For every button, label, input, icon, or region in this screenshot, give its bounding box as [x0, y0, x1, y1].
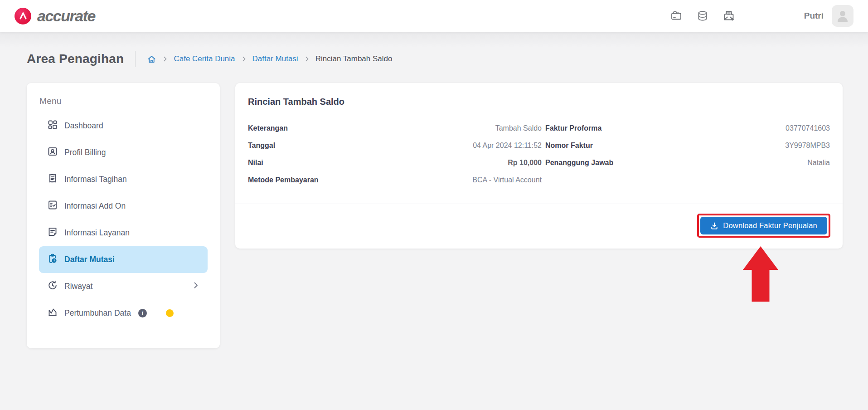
breadcrumb-separator-icon — [162, 56, 168, 62]
sidebar-item-informasi-add-on[interactable]: Informasi Add On — [39, 193, 208, 220]
note-icon — [47, 226, 58, 239]
sidebar-item-label: Riwayat — [64, 282, 92, 291]
detail-card-title: Rincian Tambah Saldo — [235, 83, 843, 107]
sidebar-item-label: Profil Billing — [64, 148, 106, 157]
field-label: Nilai — [248, 159, 263, 167]
field-value: 03770741603 — [786, 124, 830, 132]
sidebar-item-pertumbuhan-data[interactable]: Pertumbuhan Data i — [39, 300, 208, 327]
sidebar-item-label: Informasi Layanan — [64, 228, 130, 238]
sidebar-menu: Menu Dashboard Profil Billing — [27, 83, 220, 348]
page-title: Area Penagihan — [27, 52, 124, 66]
field-value: Natalia — [807, 159, 830, 167]
profile-card-icon — [47, 146, 58, 159]
download-button-label: Download Faktur Penjualan — [723, 221, 817, 230]
menu-heading: Menu — [27, 83, 220, 112]
sidebar-item-informasi-tagihan[interactable]: Informasi Tagihan — [39, 166, 208, 193]
field-label: Metode Pembayaran — [248, 176, 319, 184]
field-label: Keterangan — [248, 124, 288, 132]
download-faktur-button[interactable]: Download Faktur Penjualan — [700, 217, 827, 234]
sidebar-item-riwayat[interactable]: Riwayat — [39, 273, 208, 300]
download-icon — [710, 222, 718, 230]
field-metode-pembayaran: Metode Pembayaran BCA - Virtual Account — [248, 171, 542, 189]
sidebar-item-informasi-layanan[interactable]: Informasi Layanan — [39, 220, 208, 246]
field-label: Penanggung Jawab — [545, 159, 613, 167]
accurate-logo-text: accurate — [37, 7, 95, 25]
field-value: 3Y9978MPB3 — [785, 142, 830, 150]
clipboard-clock-icon — [47, 253, 58, 266]
list-check-icon — [47, 200, 58, 213]
breadcrumb-separator-icon — [241, 56, 247, 62]
accurate-logo[interactable]: accurate — [15, 7, 95, 25]
breadcrumb: Cafe Cerita Dunia Daftar Mutasi Rincian … — [147, 54, 392, 64]
red-up-arrow-annotation — [743, 246, 778, 302]
archive-drawer-icon[interactable] — [669, 9, 684, 23]
field-value: Tambah Saldo — [495, 124, 542, 132]
user-avatar[interactable] — [832, 5, 853, 27]
detail-fields-right: Faktur Proforma 03770741603 Nomor Faktur… — [545, 120, 830, 189]
user-name: Putri — [804, 11, 824, 21]
field-penanggung-jawab: Penanggung Jawab Natalia — [545, 154, 830, 171]
field-value: Rp 10,000 — [508, 159, 542, 167]
chevron-right-icon — [192, 282, 199, 291]
send-invoice-icon[interactable] — [722, 9, 736, 23]
title-divider — [135, 51, 136, 67]
sidebar-item-dashboard[interactable]: Dashboard — [39, 112, 208, 139]
breadcrumb-link-daftar-mutasi[interactable]: Daftar Mutasi — [252, 54, 298, 63]
field-faktur-proforma: Faktur Proforma 03770741603 — [545, 120, 830, 137]
field-label: Tanggal — [248, 142, 275, 150]
field-tanggal: Tanggal 04 Apr 2024 12:11:52 — [248, 137, 542, 154]
card-divider — [235, 204, 843, 204]
sidebar-item-label: Daftar Mutasi — [64, 255, 115, 264]
sidebar-item-daftar-mutasi[interactable]: Daftar Mutasi — [39, 246, 208, 273]
detail-fields-left: Keterangan Tambah Saldo Tanggal 04 Apr 2… — [248, 120, 542, 189]
detail-card: Rincian Tambah Saldo Keterangan Tambah S… — [235, 83, 843, 249]
yellow-status-dot — [166, 309, 174, 317]
info-icon[interactable]: i — [138, 309, 147, 317]
accurate-logo-icon — [15, 8, 31, 24]
growth-chart-icon — [47, 307, 58, 320]
field-label: Nomor Faktur — [545, 142, 593, 150]
field-label: Faktur Proforma — [545, 124, 601, 132]
receipt-icon — [47, 173, 58, 186]
field-nomor-faktur: Nomor Faktur 3Y9978MPB3 — [545, 137, 830, 154]
breadcrumb-link-company[interactable]: Cafe Cerita Dunia — [174, 54, 235, 63]
top-bar: accurate — [0, 0, 868, 32]
field-value: BCA - Virtual Account — [472, 176, 542, 184]
home-icon[interactable] — [147, 54, 156, 64]
header-shadow-band — [0, 32, 868, 47]
red-highlight-box: Download Faktur Penjualan — [697, 214, 830, 238]
breadcrumb-separator-icon — [304, 56, 310, 62]
sidebar-item-label: Informasi Tagihan — [64, 175, 127, 184]
field-keterangan: Keterangan Tambah Saldo — [248, 120, 542, 137]
sidebar-item-label: Pertumbuhan Data — [64, 308, 131, 318]
field-nilai: Nilai Rp 10,000 — [248, 154, 542, 171]
sidebar-item-profil-billing[interactable]: Profil Billing — [39, 139, 208, 166]
sidebar-item-label: Informasi Add On — [64, 201, 126, 211]
sidebar-item-label: Dashboard — [64, 121, 103, 131]
history-icon — [47, 280, 58, 293]
breadcrumb-current: Rincian Tambah Saldo — [315, 54, 393, 63]
dashboard-icon — [47, 119, 58, 132]
field-value: 04 Apr 2024 12:11:52 — [473, 142, 542, 150]
database-icon[interactable] — [695, 9, 710, 23]
